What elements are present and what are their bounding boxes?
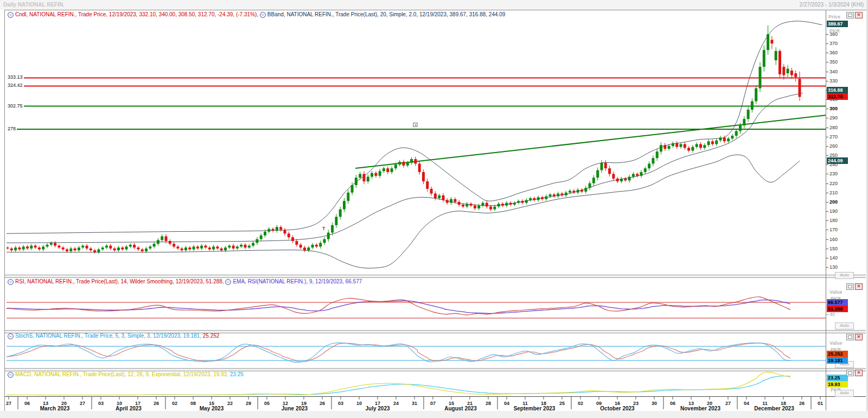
day-tick-label: 05	[264, 401, 270, 406]
price-tick-dash	[826, 249, 828, 249]
stoch-legend-text: StochS, NATIONAL REFIN., Trade Price, 5,…	[15, 333, 201, 339]
macd-legend-text: MACD, NATIONAL REFIN., Trade Price(Last)…	[15, 371, 228, 377]
month-label: April 2023	[116, 406, 142, 411]
price-tick-label: 360	[829, 50, 838, 55]
close-panel-icon[interactable]: ×	[855, 12, 863, 18]
month-label: May 2023	[200, 406, 224, 411]
close-panel-icon[interactable]: ×	[855, 370, 863, 376]
price-tick-label: 300	[829, 106, 838, 111]
day-tick-label: 29	[246, 401, 251, 406]
price-tick-dash	[826, 81, 828, 81]
price-tick-label: 170	[829, 227, 838, 232]
price-tick-label: 380	[829, 31, 838, 37]
price-tick-dash	[826, 118, 828, 118]
month-label: June 2023	[282, 406, 308, 411]
rsi-axis-badge: 51.288	[827, 306, 848, 312]
price-tick-label: 280	[829, 125, 838, 130]
macd-signal-value: 23.25	[230, 371, 244, 377]
day-tick-label: 10	[356, 401, 362, 406]
price-tick-dash	[826, 34, 828, 35]
price-tick-dash	[826, 230, 828, 230]
price-tick-dash	[826, 193, 828, 193]
auto-scale-button[interactable]: Auto	[835, 272, 854, 279]
rsi-axis-label: Value	[829, 289, 843, 295]
day-tick-label: 07	[430, 401, 436, 406]
month-label: September 2023	[514, 406, 556, 411]
day-tick-label: 25	[559, 401, 565, 406]
macd-legend[interactable]: –MACD, NATIONAL REFIN., Trade Price(Last…	[8, 371, 244, 378]
price-tick-dash	[826, 146, 828, 147]
price-tick-dash	[826, 109, 828, 109]
minimize-panel-icon[interactable]	[846, 334, 854, 340]
legend-collapse-icon[interactable]: –	[260, 12, 266, 18]
price-axis-badge: 244.09	[827, 157, 848, 164]
day-tick-label: 02	[172, 401, 177, 406]
minimize-panel-icon[interactable]	[846, 12, 854, 18]
month-label: October 2023	[600, 406, 634, 411]
price-axis-badge: 389.67	[827, 21, 848, 27]
month-label: December 2023	[754, 406, 794, 411]
main-panel-graphics	[7, 21, 826, 268]
minimize-panel-icon[interactable]	[846, 283, 854, 290]
auto-scale-button[interactable]: Auto	[835, 390, 854, 397]
rsi-axis-badge: 66.577	[827, 299, 848, 306]
legend-collapse-icon[interactable]: –	[8, 279, 14, 285]
month-label: July 2023	[365, 406, 390, 411]
stoch-panel-graphics	[7, 343, 826, 362]
day-tick-label: 03	[338, 401, 343, 406]
price-tick-dash	[826, 53, 828, 53]
level-label: 324.42	[7, 83, 24, 88]
rsi-tick-dash	[826, 314, 828, 315]
price-tick-dash	[826, 220, 828, 221]
price-tick-label: 340	[829, 69, 838, 74]
price-tick-label: 270	[829, 134, 838, 140]
legend-collapse-icon[interactable]: –	[225, 279, 231, 285]
close-panel-icon[interactable]: ×	[855, 334, 863, 340]
trade-marker: T	[322, 226, 326, 231]
candlestick-series	[7, 26, 801, 254]
minimize-panel-icon[interactable]	[846, 370, 854, 376]
price-tick-dash	[826, 43, 828, 44]
price-tick-label: 370	[829, 41, 838, 46]
price-tick-label: 330	[829, 78, 838, 84]
day-tick-label: 26	[799, 401, 805, 406]
month-label: August 2023	[444, 406, 476, 411]
legend-collapse-icon[interactable]: –	[8, 372, 14, 378]
price-tick-dash	[826, 239, 828, 240]
price-tick-dash	[826, 128, 828, 128]
stoch-axis-badge: 25.252	[827, 351, 848, 357]
legend-collapse-icon[interactable]: –	[8, 12, 14, 18]
price-tick-dash	[826, 72, 828, 72]
auto-scale-button[interactable]: Auto	[835, 322, 854, 330]
price-tick-label: 160	[829, 237, 838, 242]
month-label: March 2023	[40, 406, 69, 411]
price-tick-dash	[826, 202, 828, 202]
price-tick-label: 180	[829, 218, 838, 223]
day-tick-label: 28	[486, 401, 491, 406]
main-legend[interactable]: –Cndl, NATIONAL REFIN., Trade Price, 12/…	[8, 11, 505, 18]
price-axis-badge: 312.70	[827, 93, 848, 100]
day-tick-label: 30	[652, 401, 657, 406]
day-tick-label: 26	[320, 401, 325, 406]
legend-collapse-icon[interactable]: –	[8, 333, 14, 339]
stoch-legend[interactable]: –StochS, NATIONAL REFIN., Trade Price, 5…	[8, 333, 219, 339]
rsi-legend[interactable]: –RSI, NATIONAL REFIN., Trade Price(Last)…	[8, 278, 362, 285]
day-tick-label: 31	[412, 401, 417, 406]
rsi-panel-graphics	[7, 297, 826, 318]
day-tick-label: 27	[80, 401, 85, 406]
price-tick-dash	[826, 164, 828, 165]
day-tick-label: 04	[504, 401, 509, 406]
price-tick-label: 190	[829, 208, 838, 214]
day-tick-label: 01	[818, 401, 823, 406]
price-tick-label: 260	[829, 143, 838, 149]
price-tick-label: 200	[829, 199, 838, 205]
rsi-tick-label: 40	[829, 312, 835, 317]
day-tick-label: 22	[227, 401, 233, 406]
bband-legend-text: BBand, NATIONAL REFIN., Trade Price(Last…	[267, 11, 506, 17]
price-axis-badge: 316.88	[827, 87, 848, 93]
rsi-ema-legend-text: EMA, RSI(NATIONAL REFIN.), 9, 12/19/2023…	[233, 278, 362, 284]
day-tick-label: 06	[24, 401, 30, 406]
close-panel-icon[interactable]: ×	[855, 283, 863, 290]
price-tick-dash	[826, 211, 828, 212]
price-axis-label: Price	[828, 14, 840, 20]
